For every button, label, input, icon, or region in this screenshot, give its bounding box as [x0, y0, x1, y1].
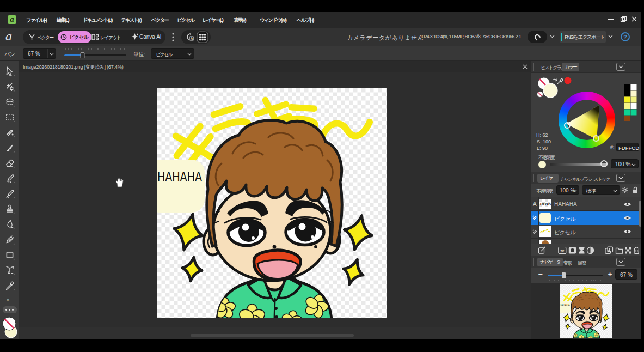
svg-text:HAHAHA: HAHAHA — [157, 169, 202, 184]
svg-text:fx: fx — [560, 248, 565, 253]
svg-text:A: A — [191, 37, 193, 40]
svg-text:HAHAHA: HAHAHA — [540, 202, 551, 205]
